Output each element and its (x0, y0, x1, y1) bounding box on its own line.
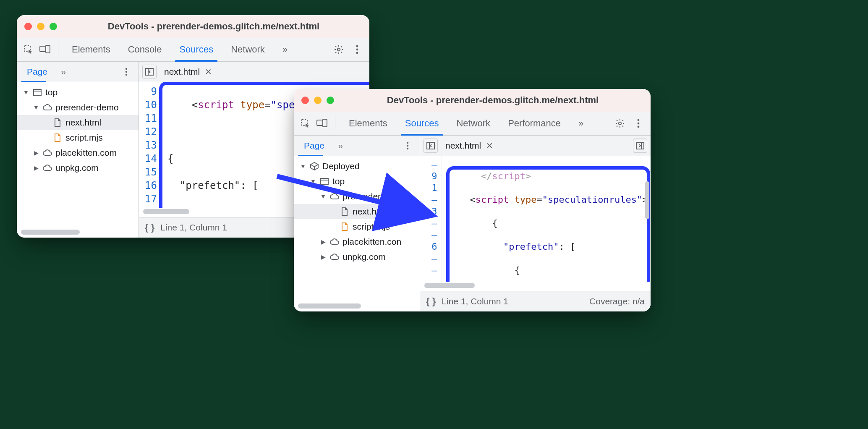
side-kebab-icon[interactable] (118, 64, 134, 80)
tree-top-frame[interactable]: ▼ top (17, 85, 139, 100)
tree-label: script.mjs (65, 133, 103, 143)
tree-label: top (332, 176, 345, 186)
frame-icon (33, 88, 42, 97)
tab-elements[interactable]: Elements (64, 38, 118, 61)
editor-tab-label: next.html (445, 141, 481, 151)
main-tabs: Elements Sources Network Performance » (294, 112, 651, 136)
tab-network[interactable]: Network (449, 112, 498, 135)
tree-deployed[interactable]: ▼ Deployed (294, 159, 420, 174)
svg-point-23 (407, 148, 408, 149)
side-tab-more[interactable]: » (332, 136, 349, 156)
tree-top-frame[interactable]: ▼ top (294, 174, 420, 189)
tree-unpkg[interactable]: ▶ unpkg.com (17, 160, 139, 175)
editor-vscroll[interactable] (645, 181, 649, 219)
pretty-print-icon[interactable]: { } (426, 296, 436, 307)
close-window-button[interactable] (301, 97, 309, 104)
tab-more[interactable]: » (275, 38, 295, 61)
side-tab-page[interactable]: Page (298, 136, 330, 156)
editor-scrollbar[interactable] (424, 283, 646, 288)
tree-label: placekitten.con (342, 237, 401, 247)
source-editor: next.html ✕ – 9 1 – 3 (420, 136, 651, 311)
window-title: DevTools - prerender-demos.glitch.me/nex… (342, 95, 643, 106)
titlebar: DevTools - prerender-demos.glitch.me/nex… (17, 15, 369, 38)
file-tree: ▼ Deployed ▼ top ▼ prerender-demo (294, 156, 420, 302)
svg-point-18 (638, 119, 640, 121)
zoom-window-button[interactable] (50, 23, 57, 30)
tree-file-html[interactable]: next.html (17, 115, 139, 130)
deployed-icon (310, 162, 319, 171)
tab-sources[interactable]: Sources (172, 38, 221, 61)
svg-point-19 (638, 123, 640, 125)
tree-label: next.html (353, 207, 388, 217)
cloud-icon (330, 192, 339, 201)
file-icon (340, 207, 349, 216)
tree-label: Deployed (322, 161, 360, 171)
settings-icon[interactable] (612, 115, 628, 131)
minimize-window-button[interactable] (314, 97, 322, 104)
tree-label: prerender-demo (55, 102, 119, 112)
cloud-icon (43, 103, 52, 112)
svg-point-17 (619, 122, 621, 125)
tree-file-mjs[interactable]: script.mjs (294, 219, 420, 234)
tab-performance[interactable]: Performance (500, 112, 568, 135)
side-kebab-icon[interactable] (400, 138, 416, 154)
coverage-label: Coverage: n/a (589, 296, 645, 306)
close-tab-icon[interactable]: ✕ (205, 67, 212, 77)
toggle-navigator-icon[interactable] (142, 65, 157, 79)
toggle-debugger-icon[interactable] (633, 139, 647, 153)
minimize-window-button[interactable] (37, 23, 44, 30)
tree-label: unpkg.com (55, 163, 99, 173)
window-title: DevTools - prerender-demos.glitch.me/nex… (65, 21, 362, 32)
tree-file-html[interactable]: next.html (294, 204, 420, 219)
side-tab-page[interactable]: Page (21, 62, 53, 82)
tab-more[interactable]: » (571, 112, 591, 135)
svg-point-22 (407, 145, 408, 146)
zoom-window-button[interactable] (327, 97, 334, 104)
line-number-gutter: – 9 1 – 3 – – 6 – – – 20 (420, 156, 442, 282)
file-tree: ▼ top ▼ prerender-demo next.html (17, 82, 139, 228)
kebab-menu-icon[interactable] (349, 42, 365, 58)
sidebar-scrollbar[interactable] (21, 229, 134, 235)
editor-tab-next-html[interactable]: next.html ✕ (160, 62, 216, 82)
settings-icon[interactable] (331, 42, 347, 58)
close-window-button[interactable] (24, 23, 32, 30)
tab-sources[interactable]: Sources (397, 112, 447, 135)
tree-file-mjs[interactable]: script.mjs (17, 130, 139, 145)
tree-placekitten[interactable]: ▶ placekitten.com (17, 145, 139, 160)
tree-label: unpkg.com (342, 252, 386, 262)
tab-network[interactable]: Network (223, 38, 272, 61)
file-js-icon (53, 133, 62, 142)
svg-point-20 (638, 126, 640, 128)
cursor-position: Line 1, Column 1 (442, 296, 508, 306)
cloud-icon (330, 237, 339, 246)
file-js-icon (340, 222, 349, 231)
file-icon (53, 118, 62, 127)
tab-console[interactable]: Console (120, 38, 170, 61)
tree-unpkg[interactable]: ▶ unpkg.com (294, 249, 420, 264)
editor-tab-next-html[interactable]: next.html ✕ (441, 136, 497, 156)
tree-origin[interactable]: ▼ prerender-demo (17, 100, 139, 115)
traffic-lights (301, 97, 334, 104)
cloud-icon (330, 252, 339, 262)
toggle-navigator-icon[interactable] (424, 139, 438, 153)
close-tab-icon[interactable]: ✕ (486, 141, 493, 151)
inspect-element-icon[interactable] (21, 42, 35, 57)
tree-placekitten[interactable]: ▶ placekitten.con (294, 234, 420, 249)
device-toolbar-icon[interactable] (315, 116, 329, 131)
line-number-gutter: 9 10 11 12 13 14 15 16 17 18 19 – (139, 82, 162, 208)
svg-point-21 (407, 142, 408, 144)
svg-point-8 (125, 71, 127, 73)
tab-elements[interactable]: Elements (341, 112, 395, 135)
pretty-print-icon[interactable]: { } (145, 222, 154, 233)
titlebar: DevTools - prerender-demos.glitch.me/nex… (294, 89, 651, 112)
editor-tab-label: next.html (164, 67, 200, 77)
tree-origin[interactable]: ▼ prerender-demo (294, 189, 420, 204)
side-tab-more[interactable]: » (55, 62, 72, 82)
device-toolbar-icon[interactable] (38, 42, 52, 57)
inspect-element-icon[interactable] (298, 116, 312, 131)
svg-point-9 (125, 74, 127, 76)
cloud-icon (43, 163, 52, 173)
kebab-menu-icon[interactable] (630, 115, 646, 131)
source-code[interactable]: </script> <script type="speculationrules… (442, 156, 651, 282)
sidebar-scrollbar[interactable] (298, 303, 416, 309)
